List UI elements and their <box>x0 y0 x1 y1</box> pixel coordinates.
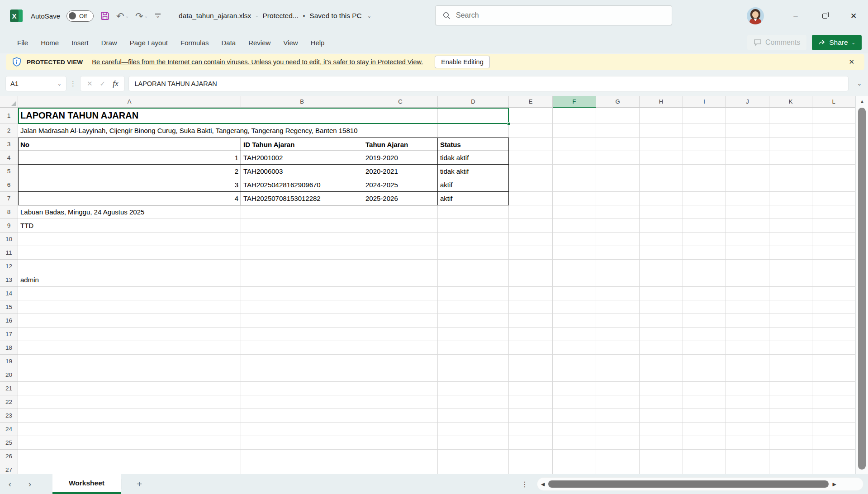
cell-K12[interactable] <box>769 260 812 273</box>
cell-E8[interactable] <box>509 205 553 219</box>
cell-E18[interactable] <box>509 341 553 355</box>
menu-insert[interactable]: Insert <box>65 33 95 52</box>
cell-A25[interactable] <box>18 436 241 450</box>
cell-H17[interactable] <box>640 328 683 341</box>
cell-J10[interactable] <box>726 233 769 246</box>
cell-A26[interactable] <box>18 450 241 463</box>
cell-L16[interactable] <box>812 314 855 328</box>
cell-H20[interactable] <box>640 368 683 382</box>
horizontal-scrollbar[interactable]: ◀ ▶ <box>537 478 863 490</box>
enable-editing-button[interactable]: Enable Editing <box>435 56 490 68</box>
cell-L3[interactable] <box>812 138 855 151</box>
cell-D7[interactable]: aktif <box>438 192 509 205</box>
cell-E24[interactable] <box>509 423 553 436</box>
scroll-up-icon[interactable]: ▲ <box>856 99 868 104</box>
cell-A8[interactable]: Labuan Badas, Minggu, 24 Agustus 2025 <box>18 205 241 219</box>
cell-L2[interactable] <box>812 124 855 138</box>
cell-B14[interactable] <box>241 287 363 300</box>
row-header-4[interactable]: 4 <box>0 151 18 165</box>
cell-E7[interactable] <box>509 192 553 205</box>
cell-L24[interactable] <box>812 423 855 436</box>
cell-J9[interactable] <box>726 219 769 233</box>
cell-C16[interactable] <box>363 314 438 328</box>
cell-J3[interactable] <box>726 138 769 151</box>
cell-L4[interactable] <box>812 151 855 165</box>
cell-D8[interactable] <box>438 205 509 219</box>
customize-toolbar-button[interactable]: ⌄ <box>154 14 161 18</box>
cell-G16[interactable] <box>596 314 640 328</box>
cell-K22[interactable] <box>769 395 812 409</box>
cell-I9[interactable] <box>683 219 726 233</box>
menu-help[interactable]: Help <box>304 33 331 52</box>
cell-I21[interactable] <box>683 382 726 395</box>
cell-G13[interactable] <box>596 273 640 287</box>
cell-H26[interactable] <box>640 450 683 463</box>
cell-E21[interactable] <box>509 382 553 395</box>
cell-C20[interactable] <box>363 368 438 382</box>
cell-K17[interactable] <box>769 328 812 341</box>
cell-F7[interactable] <box>553 192 596 205</box>
cell-F25[interactable] <box>553 436 596 450</box>
row-header-23[interactable]: 23 <box>0 409 18 423</box>
cell-A23[interactable] <box>18 409 241 423</box>
cell-D22[interactable] <box>438 395 509 409</box>
cell-F14[interactable] <box>553 287 596 300</box>
close-message-bar-icon[interactable]: ✕ <box>849 58 854 66</box>
enter-icon[interactable]: ✓ <box>100 80 106 88</box>
cell-F4[interactable] <box>553 151 596 165</box>
cell-L5[interactable] <box>812 165 855 178</box>
cell-J2[interactable] <box>726 124 769 138</box>
cancel-icon[interactable]: ✕ <box>87 80 93 88</box>
cell-C21[interactable] <box>363 382 438 395</box>
row-header-10[interactable]: 10 <box>0 233 18 246</box>
excel-app-icon[interactable]: X <box>10 10 23 22</box>
cell-J16[interactable] <box>726 314 769 328</box>
cell-B9[interactable] <box>241 219 363 233</box>
cell-C25[interactable] <box>363 436 438 450</box>
cell-F22[interactable] <box>553 395 596 409</box>
cell-K16[interactable] <box>769 314 812 328</box>
cell-H19[interactable] <box>640 355 683 368</box>
cell-C9[interactable] <box>363 219 438 233</box>
cell-L20[interactable] <box>812 368 855 382</box>
cell-F18[interactable] <box>553 341 596 355</box>
cell-G12[interactable] <box>596 260 640 273</box>
cell-G11[interactable] <box>596 246 640 260</box>
cell-I26[interactable] <box>683 450 726 463</box>
cell-J18[interactable] <box>726 341 769 355</box>
row-header-7[interactable]: 7 <box>0 192 18 205</box>
cell-H21[interactable] <box>640 382 683 395</box>
expand-formula-bar-icon[interactable]: ⌄ <box>857 81 862 87</box>
cell-J24[interactable] <box>726 423 769 436</box>
cell-I17[interactable] <box>683 328 726 341</box>
menu-file[interactable]: File <box>11 33 34 52</box>
cell-D16[interactable] <box>438 314 509 328</box>
cell-I4[interactable] <box>683 151 726 165</box>
row-header-24[interactable]: 24 <box>0 423 18 436</box>
cell-I23[interactable] <box>683 409 726 423</box>
cell-A4[interactable]: 1 <box>18 151 241 165</box>
row-header-20[interactable]: 20 <box>0 368 18 382</box>
cell-E15[interactable] <box>509 300 553 314</box>
cell-A5[interactable]: 2 <box>18 165 241 178</box>
cell-A7[interactable]: 4 <box>18 192 241 205</box>
row-header-13[interactable]: 13 <box>0 273 18 287</box>
cell-A3[interactable]: No <box>18 138 241 151</box>
cell-A2[interactable]: Jalan Madrasah Al-Layyinah, Cijengir Bin… <box>18 124 241 138</box>
cell-D10[interactable] <box>438 233 509 246</box>
cell-B19[interactable] <box>241 355 363 368</box>
cell-K1[interactable] <box>769 108 812 124</box>
cell-F1[interactable] <box>553 108 596 124</box>
cell-I20[interactable] <box>683 368 726 382</box>
cell-G25[interactable] <box>596 436 640 450</box>
cell-B1[interactable] <box>241 108 363 124</box>
cell-D26[interactable] <box>438 450 509 463</box>
cell-E1[interactable] <box>509 108 553 124</box>
add-sheet-button[interactable]: + <box>137 479 142 489</box>
menu-page-layout[interactable]: Page Layout <box>123 33 174 52</box>
cell-E20[interactable] <box>509 368 553 382</box>
cell-A20[interactable] <box>18 368 241 382</box>
cell-C5[interactable]: 2020-2021 <box>363 165 438 178</box>
cell-B16[interactable] <box>241 314 363 328</box>
cell-H18[interactable] <box>640 341 683 355</box>
